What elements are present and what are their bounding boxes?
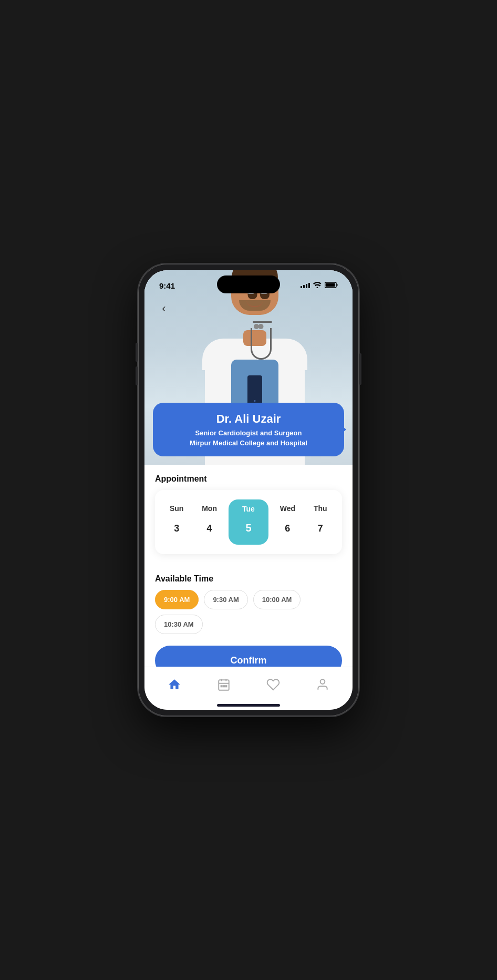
svg-rect-4 [221, 686, 222, 687]
bottom-nav [144, 667, 353, 710]
phone-screen: 9:41 [144, 270, 353, 710]
time-slot-10am[interactable]: 10:00 AM [253, 590, 301, 609]
calendar-card: Sun 3 Mon 4 Tue 5 Wed [155, 490, 342, 554]
time-slot-1030am[interactable]: 10:30 AM [155, 615, 203, 634]
heart-icon [266, 678, 280, 695]
volume-down-button[interactable] [136, 366, 138, 385]
nav-home[interactable] [159, 673, 190, 699]
scroll-content: Appointment Sun 3 Mon 4 Tue 5 [144, 465, 353, 667]
time-slots: 9:00 AM 9:30 AM 10:00 AM 10:30 AM [155, 590, 342, 634]
volume-up-button[interactable] [136, 343, 138, 362]
doctor-specialty: Senior Cardiologist and Surgeon [163, 429, 334, 437]
back-button[interactable]: ‹ [155, 300, 173, 318]
time-slot-9am[interactable]: 9:00 AM [155, 590, 199, 609]
phone-frame: 9:41 [138, 264, 359, 716]
doctor-info-card: Dr. Ali Uzair Senior Cardiologist and Su… [153, 403, 344, 456]
signal-icon [301, 283, 310, 288]
day-row: Sun 3 Mon 4 Tue 5 Wed [160, 499, 337, 545]
svg-rect-5 [223, 686, 224, 687]
svg-point-7 [320, 679, 325, 684]
wifi-icon [313, 281, 322, 290]
calendar-icon [217, 678, 231, 695]
status-time: 9:41 [159, 281, 175, 290]
person-icon [316, 678, 329, 695]
day-wed[interactable]: Wed 6 [274, 504, 301, 540]
nav-favorites[interactable] [258, 673, 288, 699]
nav-calendar[interactable] [209, 673, 239, 699]
day-tue-selected[interactable]: Tue 5 [229, 499, 268, 545]
home-indicator [217, 704, 280, 707]
svg-rect-6 [225, 686, 226, 687]
back-chevron-icon: ‹ [162, 302, 165, 315]
svg-rect-1 [337, 284, 338, 286]
home-icon [168, 678, 181, 695]
battery-icon [325, 281, 338, 290]
day-thu[interactable]: Thu 7 [307, 504, 334, 540]
doctor-name: Dr. Ali Uzair [163, 412, 334, 426]
svg-rect-2 [326, 283, 335, 287]
svg-rect-3 [219, 680, 229, 690]
status-icons [301, 281, 338, 290]
doctor-hospital: Mirpur Medical College and Hospital [163, 439, 334, 447]
appointment-label: Appointment [155, 465, 342, 490]
confirm-button[interactable]: Confirm [155, 646, 342, 667]
nav-profile[interactable] [307, 673, 338, 699]
doctor-image-area: ‹ Dr. Ali Uzair Senior Cardiologist and … [144, 270, 353, 465]
time-slot-930am[interactable]: 9:30 AM [204, 590, 247, 609]
day-sun[interactable]: Sun 3 [163, 504, 190, 540]
day-mon[interactable]: Mon 4 [196, 504, 223, 540]
available-time-label: Available Time [155, 565, 342, 590]
info-card-arrow [340, 424, 346, 435]
dynamic-island [217, 275, 280, 293]
power-button[interactable] [359, 353, 361, 385]
